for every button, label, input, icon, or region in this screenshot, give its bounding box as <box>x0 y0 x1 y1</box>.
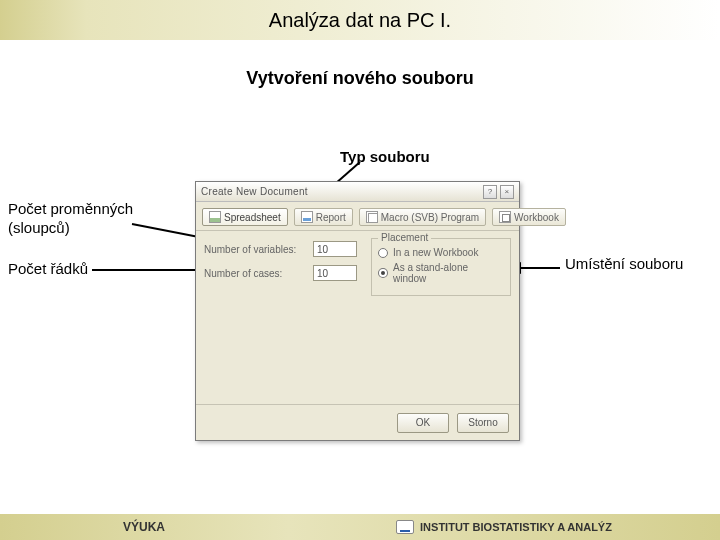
report-icon <box>301 211 313 223</box>
placement-group: Placement In a new Workbook As a stand-a… <box>371 238 511 296</box>
slide-header: Analýza dat na PC I. <box>0 0 720 40</box>
iba-logo-icon <box>396 520 414 534</box>
slide-subtitle: Vytvoření nového souboru <box>0 68 720 89</box>
annotation-row-count: Počet řádků <box>8 260 88 279</box>
create-new-document-dialog: Create New Document ? × Spreadsheet Repo… <box>195 181 520 441</box>
dialog-title: Create New Document <box>201 186 308 197</box>
placement-option-workbook[interactable]: In a new Workbook <box>378 247 504 258</box>
tab-macro[interactable]: Macro (SVB) Program <box>359 208 486 226</box>
annotation-placement: Umístění souboru <box>565 255 683 274</box>
variables-label: Number of variables: <box>204 244 309 255</box>
placement-group-label: Placement <box>378 232 431 243</box>
tab-label: Workbook <box>514 212 559 223</box>
radio-icon <box>378 268 388 278</box>
footer-right-text: INSTITUT BIOSTATISTIKY A ANALÝZ <box>420 521 612 533</box>
placement-option-standalone[interactable]: As a stand-alone window <box>378 262 504 284</box>
tab-label: Spreadsheet <box>224 212 281 223</box>
tab-spreadsheet[interactable]: Spreadsheet <box>202 208 288 226</box>
workbook-icon <box>499 211 511 223</box>
radio-label: As a stand-alone window <box>393 262 504 284</box>
spreadsheet-icon <box>209 211 221 223</box>
page-title: Analýza dat na PC I. <box>269 9 451 32</box>
variables-input[interactable] <box>313 241 357 257</box>
radio-label: In a new Workbook <box>393 247 478 258</box>
help-button[interactable]: ? <box>483 185 497 199</box>
cases-input[interactable] <box>313 265 357 281</box>
footer-right: INSTITUT BIOSTATISTIKY A ANALÝZ <box>288 514 720 540</box>
radio-icon <box>378 248 388 258</box>
annotation-var-count: Počet proměnných (sloupců) <box>8 200 178 238</box>
tab-workbook[interactable]: Workbook <box>492 208 566 226</box>
close-button[interactable]: × <box>500 185 514 199</box>
tab-label: Macro (SVB) Program <box>381 212 479 223</box>
cancel-button[interactable]: Storno <box>457 413 509 433</box>
document-type-tabs: Spreadsheet Report Macro (SVB) Program W… <box>196 202 519 231</box>
dialog-titlebar: Create New Document ? × <box>196 182 519 202</box>
titlebar-buttons: ? × <box>483 185 514 199</box>
ok-button[interactable]: OK <box>397 413 449 433</box>
footer-left: VÝUKA <box>0 514 288 540</box>
tab-report[interactable]: Report <box>294 208 353 226</box>
cases-label: Number of cases: <box>204 268 309 279</box>
slide-footer: VÝUKA INSTITUT BIOSTATISTIKY A ANALÝZ <box>0 514 720 540</box>
annotation-file-type: Typ souboru <box>340 148 430 167</box>
dialog-footer: OK Storno <box>196 404 519 440</box>
macro-icon <box>366 211 378 223</box>
tab-label: Report <box>316 212 346 223</box>
